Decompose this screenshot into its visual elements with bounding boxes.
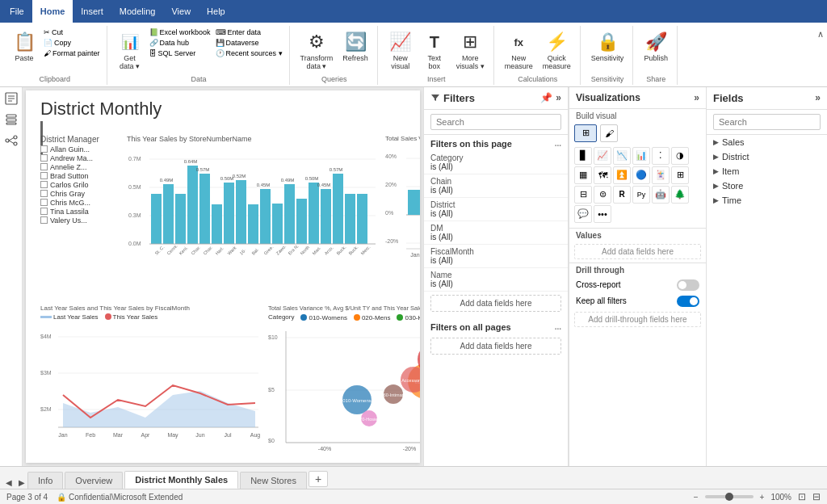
- viz-btn-treemap[interactable]: ▦: [574, 166, 592, 184]
- filter-name[interactable]: Name is (All): [424, 268, 568, 292]
- viz-tab-format[interactable]: 🖌: [600, 124, 618, 142]
- field-district-expand-icon[interactable]: ▶: [713, 153, 719, 161]
- text-box-button[interactable]: T Textbox: [418, 27, 451, 74]
- viz-btn-column[interactable]: 📊: [632, 147, 650, 165]
- ribbon-tab-help[interactable]: Help: [199, 0, 233, 23]
- zoom-slider-track[interactable]: [705, 495, 754, 498]
- viz-expand-icon[interactable]: »: [694, 92, 699, 103]
- new-visual-button[interactable]: 📈 Newvisual: [384, 27, 417, 74]
- viz-btn-decomp[interactable]: 🌲: [671, 186, 689, 204]
- dm-item-1[interactable]: Andrew Ma...: [40, 154, 121, 162]
- ribbon-tab-modeling[interactable]: Modeling: [111, 0, 164, 23]
- dm-checkbox-8[interactable]: [40, 216, 48, 224]
- dm-checkbox-2[interactable]: [40, 163, 48, 170]
- copy-button[interactable]: 📄Copy: [42, 38, 102, 48]
- dm-item-8[interactable]: Valery Us...: [40, 216, 121, 225]
- dm-item-7[interactable]: Tina Lassila: [40, 208, 121, 216]
- viz-btn-card[interactable]: 🃏: [652, 166, 670, 184]
- tab-info[interactable]: Info: [27, 472, 63, 489]
- viz-btn-area[interactable]: 📉: [613, 147, 631, 165]
- tab-new-stores[interactable]: New Stores: [240, 472, 307, 489]
- field-store[interactable]: ▶ Store: [707, 178, 827, 193]
- viz-btn-ai[interactable]: 🤖: [652, 186, 670, 204]
- viz-tab-build[interactable]: ⊞: [574, 124, 597, 142]
- fit-width-button[interactable]: ⊟: [812, 491, 821, 502]
- viz-btn-slicer[interactable]: ⊜: [594, 186, 611, 204]
- filter-add-field-btn[interactable]: Add data fields here: [430, 295, 561, 312]
- zoom-in-button[interactable]: +: [760, 493, 765, 502]
- field-time-expand-icon[interactable]: ▶: [713, 196, 719, 204]
- filters-expand-icon[interactable]: »: [556, 92, 561, 103]
- viz-btn-scatter[interactable]: ⁚: [652, 147, 670, 165]
- viz-btn-table[interactable]: ⊞: [671, 166, 689, 184]
- cross-report-toggle[interactable]: [677, 279, 699, 291]
- dataverse-button[interactable]: 💾Dataverse: [214, 38, 284, 48]
- zoom-out-button[interactable]: −: [694, 493, 699, 502]
- filter-search-input[interactable]: [430, 114, 561, 130]
- tab-overview[interactable]: Overview: [65, 472, 123, 489]
- sensitivity-button[interactable]: 🔒 Sensitivity: [587, 27, 628, 65]
- tab-add-button[interactable]: +: [309, 471, 328, 487]
- viz-btn-funnel[interactable]: ⏫: [613, 166, 631, 184]
- ribbon-collapse-button[interactable]: ∧: [817, 29, 824, 40]
- nav-report-icon[interactable]: [3, 90, 19, 107]
- viz-values-drop-area[interactable]: Add data fields here: [574, 244, 701, 259]
- tab-next-button[interactable]: ▶: [16, 478, 27, 487]
- viz-btn-matrix[interactable]: ⊟: [574, 186, 592, 204]
- dm-item-3[interactable]: Brad Sutton: [40, 172, 121, 180]
- excel-workbook-button[interactable]: 📗Excel workbook: [148, 27, 212, 37]
- viz-btn-r[interactable]: R: [613, 186, 631, 204]
- filters-page-options[interactable]: ...: [555, 139, 561, 149]
- dm-item-4[interactable]: Carlos Grilo: [40, 181, 121, 189]
- dm-item-2[interactable]: Annelie Z...: [40, 163, 121, 171]
- ribbon-tab-home[interactable]: Home: [32, 0, 73, 23]
- tab-district-monthly[interactable]: District Monthly Sales: [124, 471, 238, 489]
- paste-button[interactable]: 📋 Paste: [8, 27, 40, 65]
- field-store-expand-icon[interactable]: ▶: [713, 182, 719, 190]
- field-item[interactable]: ▶ Item: [707, 164, 827, 178]
- viz-drill-fields-area[interactable]: Add drill-through fields here: [574, 312, 701, 327]
- enter-data-button[interactable]: ⌨Enter data: [214, 27, 284, 37]
- ribbon-tab-insert[interactable]: Insert: [73, 0, 111, 23]
- field-sales[interactable]: ▶ Sales: [707, 135, 827, 149]
- get-data-button[interactable]: 📊 Getdata ▾: [114, 27, 146, 74]
- viz-btn-map[interactable]: 🗺: [594, 166, 611, 184]
- field-item-expand-icon[interactable]: ▶: [713, 167, 719, 175]
- viz-btn-line[interactable]: 📈: [594, 147, 611, 165]
- more-visuals-button[interactable]: ⊞ Morevisuals ▾: [452, 27, 489, 74]
- dm-item-5[interactable]: Chris Gray: [40, 190, 121, 198]
- viz-btn-qa[interactable]: 💬: [574, 205, 592, 223]
- cut-button[interactable]: ✂Cut: [42, 27, 102, 37]
- dm-checkbox-0[interactable]: [40, 145, 48, 153]
- dm-item-6[interactable]: Chris McG...: [40, 199, 121, 207]
- sql-server-button[interactable]: 🗄SQL Server: [148, 48, 212, 58]
- transform-data-button[interactable]: ⚙ Transformdata ▾: [296, 27, 338, 74]
- field-time[interactable]: ▶ Time: [707, 193, 827, 208]
- viz-btn-gauge[interactable]: 🔵: [632, 166, 650, 184]
- ribbon-tab-file[interactable]: File: [2, 0, 32, 23]
- dm-item-0[interactable]: Allan Guin...: [40, 145, 121, 153]
- fields-expand-icon[interactable]: »: [815, 92, 821, 103]
- quick-measure-button[interactable]: ⚡ Quickmeasure: [539, 27, 575, 74]
- refresh-button[interactable]: 🔄 Refresh: [338, 27, 372, 65]
- fit-page-button[interactable]: ⊡: [798, 491, 806, 502]
- field-district[interactable]: ▶ District: [707, 149, 827, 164]
- viz-btn-more[interactable]: •••: [594, 205, 611, 223]
- dm-checkbox-6[interactable]: [40, 199, 48, 206]
- dm-checkbox-3[interactable]: [40, 172, 48, 179]
- viz-btn-python[interactable]: Py: [632, 186, 650, 204]
- field-sales-expand-icon[interactable]: ▶: [713, 138, 719, 146]
- fields-search-input[interactable]: [713, 114, 821, 130]
- filter-category[interactable]: Category is (All): [424, 151, 568, 174]
- new-measure-button[interactable]: fx Newmeasure: [501, 27, 537, 74]
- dm-checkbox-7[interactable]: [40, 208, 48, 215]
- dm-checkbox-4[interactable]: [40, 181, 48, 188]
- viz-btn-pie[interactable]: ◑: [671, 147, 689, 165]
- dm-checkbox-1[interactable]: [40, 154, 48, 162]
- dm-checkbox-5[interactable]: [40, 190, 48, 197]
- filters-pin-icon[interactable]: 📌: [540, 92, 552, 103]
- tab-prev-button[interactable]: ◀: [3, 478, 15, 487]
- data-hub-button[interactable]: 🔗Data hub: [148, 38, 212, 48]
- nav-model-icon[interactable]: [3, 132, 19, 149]
- recent-sources-button[interactable]: 🕐Recent sources ▾: [214, 48, 284, 58]
